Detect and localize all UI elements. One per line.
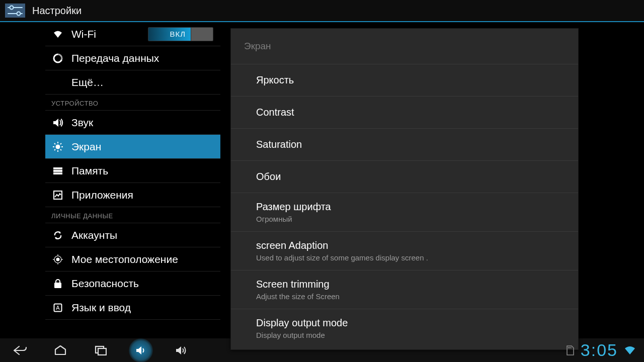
detail-item-subtitle: Used to adjust size of some games displa… bbox=[256, 253, 565, 262]
svg-line-12 bbox=[60, 149, 61, 150]
clock: 3:05 bbox=[581, 340, 618, 360]
main: Wi-FiВКЛПередача данныхЕщё…УСТРОЙСТВОЗву… bbox=[0, 22, 644, 338]
sidebar-item-label: Экран bbox=[71, 141, 101, 153]
apps-icon bbox=[51, 190, 64, 200]
svg-rect-31 bbox=[569, 347, 570, 348]
recent-apps-button[interactable] bbox=[89, 338, 113, 363]
detail-item-title: Яркость bbox=[256, 74, 565, 86]
detail-item[interactable]: Размер шрифтаОгромный bbox=[231, 193, 578, 232]
sidebar-item-label: Язык и ввод bbox=[71, 302, 131, 314]
wifi-status-icon bbox=[624, 345, 636, 355]
svg-rect-32 bbox=[571, 347, 571, 348]
sidebar-item-accounts[interactable]: Аккаунты bbox=[45, 223, 220, 247]
svg-rect-17 bbox=[53, 172, 62, 174]
detail-item[interactable]: Яркость bbox=[231, 64, 578, 97]
sidebar-item-location[interactable]: Мое местоположение bbox=[45, 247, 220, 272]
detail-item-title: Размер шрифта bbox=[256, 201, 565, 213]
detail-item-title: Обои bbox=[256, 171, 565, 183]
sidebar-item-wifi[interactable]: Wi-FiВКЛ bbox=[45, 22, 220, 46]
sidebar-section-header: УСТРОЙСТВО bbox=[45, 95, 220, 111]
sidebar-item-security[interactable]: Безопасность bbox=[45, 272, 220, 296]
detail-item[interactable]: Saturation bbox=[231, 129, 578, 161]
detail-item-title: Saturation bbox=[256, 139, 565, 150]
svg-point-3 bbox=[10, 6, 14, 10]
svg-line-11 bbox=[54, 143, 55, 144]
display-icon bbox=[51, 142, 64, 152]
status-area[interactable]: 3:05 bbox=[566, 340, 636, 360]
detail-item[interactable]: Screen trimmingAdjust the size of Screen bbox=[231, 270, 578, 309]
detail-item-title: Display output mode bbox=[256, 317, 565, 329]
sidebar-item-storage[interactable]: Память bbox=[45, 159, 220, 183]
sidebar-item-label: Ещё… bbox=[71, 76, 104, 88]
svg-point-6 bbox=[56, 144, 60, 149]
svg-text:A: A bbox=[56, 305, 60, 311]
detail-item-subtitle: Display output mode bbox=[256, 331, 565, 339]
detail-item-title: Screen trimming bbox=[256, 279, 565, 290]
sidebar-item-label: Передача данных bbox=[71, 52, 159, 64]
volume-up-button[interactable] bbox=[169, 338, 193, 363]
volume-down-button[interactable] bbox=[129, 338, 153, 363]
location-icon bbox=[51, 254, 64, 264]
sidebar-item-label: Мое местоположение bbox=[71, 253, 178, 265]
back-button[interactable] bbox=[8, 338, 32, 363]
detail-item[interactable]: screen AdaptionUsed to adjust size of so… bbox=[231, 232, 578, 270]
sidebar-item-label: Звук bbox=[71, 117, 93, 129]
app-title: Настройки bbox=[32, 5, 82, 17]
language-icon: A bbox=[51, 303, 64, 312]
svg-rect-29 bbox=[98, 348, 106, 355]
sidebar-item-label: Аккаунты bbox=[71, 229, 117, 241]
detail-item-title: Contrast bbox=[256, 107, 565, 118]
data-usage-icon bbox=[51, 53, 64, 63]
sidebar-item-label: Приложения bbox=[71, 189, 133, 201]
svg-rect-30 bbox=[568, 347, 569, 348]
svg-rect-25 bbox=[54, 283, 61, 288]
sidebar-item-label: Память bbox=[71, 165, 108, 177]
settings-icon bbox=[5, 4, 25, 18]
svg-rect-15 bbox=[53, 167, 62, 169]
sidebar-item-language[interactable]: AЯзык и ввод bbox=[45, 296, 220, 320]
sidebar-item-display[interactable]: Экран bbox=[45, 135, 220, 159]
svg-point-4 bbox=[17, 12, 21, 16]
svg-point-19 bbox=[56, 257, 60, 261]
sidebar-item-data[interactable]: Передача данных bbox=[45, 46, 220, 70]
sound-icon bbox=[51, 118, 64, 127]
sidebar: Wi-FiВКЛПередача данныхЕщё…УСТРОЙСТВОЗву… bbox=[0, 22, 220, 338]
home-button[interactable] bbox=[48, 338, 72, 363]
detail-item-subtitle: Adjust the size of Screen bbox=[256, 292, 565, 301]
sidebar-item-label: Безопасность bbox=[71, 278, 139, 290]
wifi-toggle[interactable]: ВКЛ bbox=[148, 27, 213, 41]
toggle-knob bbox=[191, 28, 213, 41]
svg-line-14 bbox=[54, 149, 55, 150]
wifi-icon bbox=[51, 30, 64, 39]
sdcard-icon bbox=[566, 345, 575, 356]
svg-rect-16 bbox=[53, 170, 62, 172]
detail-item-title: screen Adaption bbox=[256, 240, 565, 251]
sidebar-item-more[interactable]: Ещё… bbox=[45, 70, 220, 95]
detail-panel-wrap: ЭкранЯркостьContrastSaturationОбоиРазмер… bbox=[220, 22, 644, 338]
svg-rect-0 bbox=[5, 4, 25, 18]
detail-item-subtitle: Огромный bbox=[256, 215, 565, 223]
app-header: Настройки bbox=[0, 0, 644, 22]
lock-icon bbox=[51, 279, 64, 289]
detail-item[interactable]: Обои bbox=[231, 161, 578, 193]
detail-item[interactable]: Contrast bbox=[231, 97, 578, 129]
sidebar-item-apps[interactable]: Приложения bbox=[45, 183, 220, 207]
sidebar-section-header: ЛИЧНЫЕ ДАННЫЕ bbox=[45, 207, 220, 223]
svg-line-13 bbox=[60, 143, 61, 144]
sidebar-item-label: Wi-Fi bbox=[71, 28, 96, 40]
detail-panel: ЭкранЯркостьContrastSaturationОбоиРазмер… bbox=[230, 28, 579, 350]
storage-icon bbox=[51, 167, 64, 175]
nav-left bbox=[8, 338, 193, 363]
detail-item[interactable]: Display output modeDisplay output mode bbox=[231, 309, 578, 347]
detail-header: Экран bbox=[231, 29, 578, 64]
toggle-label: ВКЛ bbox=[170, 28, 186, 41]
sidebar-item-sound[interactable]: Звук bbox=[45, 111, 220, 135]
sync-icon bbox=[51, 230, 64, 240]
